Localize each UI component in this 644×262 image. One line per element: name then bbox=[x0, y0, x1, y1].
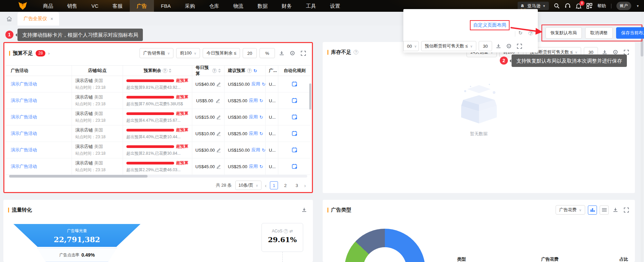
budget-metric-select[interactable]: 广告销售额∨ bbox=[139, 48, 173, 58]
sort-icon[interactable] bbox=[169, 69, 171, 73]
add-automation-rule-icon[interactable] bbox=[291, 146, 299, 154]
home-icon[interactable] bbox=[3, 12, 15, 26]
fullscreen-icon[interactable] bbox=[622, 206, 630, 214]
panel-expand-arrow-icon[interactable]: › bbox=[48, 51, 49, 56]
menu-item-logistics[interactable]: 物流 bbox=[226, 0, 250, 12]
page-number-2[interactable]: 2 bbox=[281, 181, 289, 189]
funnel-step-ctr[interactable]: 广告点击率 0.49% bbox=[37, 248, 117, 262]
page-number-1[interactable]: 1 bbox=[270, 181, 278, 189]
download-icon[interactable] bbox=[278, 49, 286, 57]
menu-item-data[interactable]: 数据 bbox=[250, 0, 275, 12]
help-circle-icon[interactable]: ? bbox=[163, 68, 167, 73]
apply-button[interactable]: 应用 bbox=[249, 163, 258, 170]
edit-pencil-icon[interactable] bbox=[216, 113, 221, 121]
chart-view-toggle[interactable] bbox=[588, 205, 597, 215]
edit-pencil-icon[interactable] bbox=[215, 97, 221, 105]
menu-item-tools[interactable]: 工具 bbox=[299, 0, 323, 12]
apps-grid-icon[interactable] bbox=[587, 3, 592, 9]
help-circle-icon[interactable]: ? bbox=[284, 229, 288, 233]
refresh-icon[interactable]: ↻ bbox=[253, 68, 257, 73]
download-icon[interactable] bbox=[300, 206, 308, 214]
refresh-icon[interactable]: ↻ bbox=[262, 82, 266, 87]
edit-pencil-icon[interactable] bbox=[216, 80, 221, 88]
refresh-icon[interactable]: ↻ bbox=[259, 131, 263, 136]
customize-layout-link[interactable]: 自定义页面布局 bbox=[470, 20, 510, 30]
add-automation-rule-icon[interactable] bbox=[291, 80, 299, 88]
menu-item-sales[interactable]: 销售 bbox=[60, 0, 84, 12]
next-page-icon[interactable]: › bbox=[304, 183, 306, 188]
refresh-icon[interactable]: ↻ bbox=[259, 98, 263, 103]
menu-item-warehouse[interactable]: 仓库 bbox=[202, 0, 226, 12]
target-settings-icon[interactable] bbox=[288, 49, 296, 57]
edit-pencil-icon[interactable] bbox=[216, 129, 221, 138]
refresh-icon[interactable]: ↻ bbox=[259, 164, 263, 169]
menu-item-fba[interactable]: FBA bbox=[154, 0, 178, 12]
account-button[interactable]: 账户 bbox=[616, 2, 631, 10]
download-icon[interactable] bbox=[611, 206, 619, 214]
prev-page-icon[interactable]: ‹ bbox=[265, 183, 267, 188]
popup-top-select-cut[interactable]: 00∨ bbox=[403, 41, 419, 51]
table-horizontal-scrollbar[interactable] bbox=[9, 175, 307, 178]
budget-top-select[interactable]: 前100∨ bbox=[176, 48, 200, 58]
list-view-toggle[interactable] bbox=[600, 205, 609, 215]
budget-condition-label[interactable]: 今日预算剩余 ≤ bbox=[203, 48, 240, 58]
campaign-link[interactable]: 演示广告活动 bbox=[11, 163, 37, 170]
target-settings-icon[interactable] bbox=[505, 42, 513, 50]
notification-bell-icon[interactable]: 8 bbox=[576, 3, 581, 9]
campaign-link[interactable]: 演示广告活动 bbox=[11, 81, 37, 87]
menu-item-service[interactable]: 客服 bbox=[106, 0, 130, 12]
account-chevron-down-icon[interactable]: ▼ bbox=[636, 4, 639, 8]
menu-item-products[interactable]: 商品 bbox=[36, 0, 60, 12]
add-automation-rule-icon[interactable] bbox=[291, 162, 299, 171]
refresh-icon[interactable]: ↻ bbox=[259, 115, 263, 120]
apply-button[interactable]: 应用 bbox=[249, 130, 258, 137]
popup-threshold-input[interactable]: 30 bbox=[479, 41, 492, 51]
restore-default-layout-button[interactable]: 恢复默认布局 bbox=[546, 27, 582, 39]
campaign-link[interactable]: 演示广告活动 bbox=[11, 98, 37, 104]
help-circle-icon[interactable]: ? bbox=[247, 68, 252, 73]
help-circle-icon[interactable]: ? bbox=[212, 68, 216, 73]
fullscreen-icon[interactable] bbox=[299, 49, 307, 57]
help-circle-icon[interactable]: ? bbox=[354, 50, 358, 54]
save-current-layout-button[interactable]: 保存当前布局 bbox=[616, 27, 644, 39]
menu-item-finance[interactable]: 财务 bbox=[275, 0, 299, 12]
campaign-link[interactable]: 演示广告活动 bbox=[11, 147, 37, 153]
app-logo-icon[interactable] bbox=[18, 2, 27, 10]
campaign-link[interactable]: 演示广告活动 bbox=[11, 114, 37, 120]
table-vertical-scrollbar[interactable] bbox=[309, 83, 311, 110]
campaign-link[interactable]: 演示广告活动 bbox=[11, 130, 37, 137]
tab-close-icon[interactable]: × bbox=[50, 16, 53, 22]
sort-icon[interactable] bbox=[218, 69, 221, 73]
apply-button[interactable]: 应用 bbox=[251, 147, 260, 153]
budget-threshold-input[interactable]: 20 bbox=[243, 48, 257, 58]
add-automation-rule-icon[interactable] bbox=[291, 129, 299, 138]
edit-pencil-icon[interactable] bbox=[216, 162, 221, 171]
tab-ad-dashboard[interactable]: 广告全景仪 × bbox=[17, 12, 59, 26]
refresh-icon[interactable]: ↻ bbox=[262, 148, 266, 153]
budget-unit-select[interactable]: % bbox=[259, 48, 275, 58]
acos-card[interactable]: ACoS ? ⇄ 29.61% bbox=[261, 223, 303, 252]
search-icon[interactable] bbox=[554, 3, 560, 9]
menu-item-vc[interactable]: VC bbox=[84, 0, 106, 12]
headset-icon[interactable] bbox=[565, 3, 571, 9]
adtype-metric-select[interactable]: 广告花费∨ bbox=[556, 205, 585, 215]
menu-item-settings[interactable]: 设置 bbox=[323, 0, 347, 12]
popup-condition-select[interactable]: 预估断货前可售天数 ≤∨ bbox=[421, 41, 476, 51]
apply-button[interactable]: 应用 bbox=[249, 114, 258, 120]
apply-button[interactable]: 应用 bbox=[249, 98, 258, 104]
help-link[interactable]: 帮助 bbox=[597, 3, 606, 9]
menu-item-purchase[interactable]: 采购 bbox=[178, 0, 202, 12]
page-number-3[interactable]: 3 bbox=[293, 181, 301, 189]
funnel-step-impressions[interactable]: 广告曝光量 22,791,382 bbox=[13, 224, 140, 247]
fullscreen-icon[interactable] bbox=[515, 42, 523, 50]
apply-button[interactable]: 应用 bbox=[251, 81, 260, 87]
add-automation-rule-icon[interactable] bbox=[291, 113, 299, 121]
add-automation-rule-icon[interactable] bbox=[291, 97, 299, 105]
swap-metric-icon[interactable]: ⇄ bbox=[289, 229, 293, 233]
download-icon[interactable] bbox=[494, 42, 502, 50]
edit-pencil-icon[interactable] bbox=[216, 146, 221, 154]
page-size-select[interactable]: 10条/页∨ bbox=[235, 181, 261, 190]
cancel-adjustment-button[interactable]: 取消调整 bbox=[585, 27, 613, 39]
funnel-step-label: 广告点击率 bbox=[59, 252, 79, 258]
menu-item-advertising[interactable]: 广告 bbox=[130, 0, 154, 12]
